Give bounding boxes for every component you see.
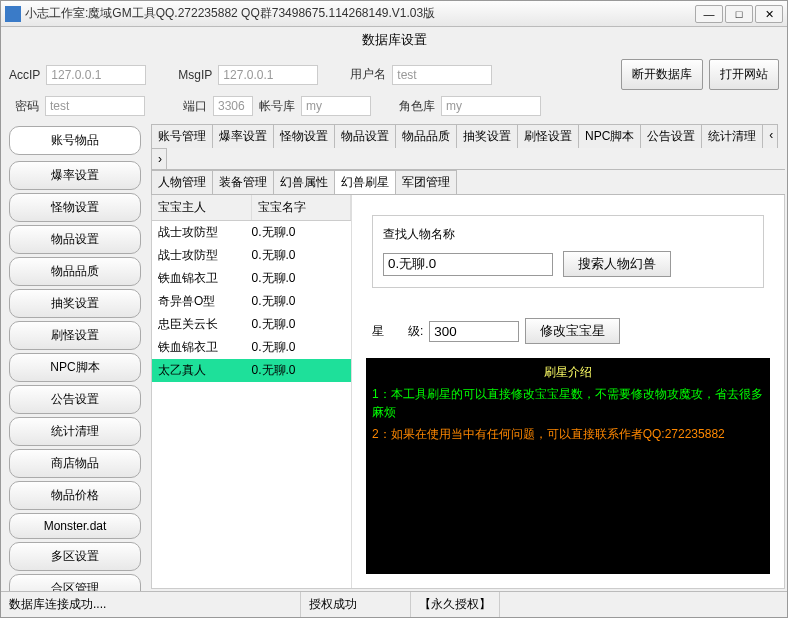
status-perm: 【永久授权】 [411, 592, 500, 617]
info-box: 刷星介绍 1：本工具刷星的可以直接修改宝宝星数，不需要修改物攻魔攻，省去很多麻烦… [366, 358, 770, 574]
sidebar-item-9[interactable]: 统计清理 [9, 417, 141, 446]
sidebar-item-10[interactable]: 商店物品 [9, 449, 141, 478]
search-input[interactable] [383, 253, 553, 276]
accdb-input[interactable] [301, 96, 371, 116]
modify-star-button[interactable]: 修改宝宝星 [525, 318, 620, 344]
accip-label: AccIP [9, 68, 40, 82]
sidebar-item-0[interactable]: 账号物品 [9, 126, 141, 155]
sidebar-item-5[interactable]: 抽奖设置 [9, 289, 141, 318]
sidebar-item-7[interactable]: NPC脚本 [9, 353, 141, 382]
accdb-label: 帐号库 [259, 98, 295, 115]
tab-nav[interactable]: ‹ [762, 124, 778, 148]
th-name: 宝宝名字 [252, 195, 352, 220]
sidebar-item-6[interactable]: 刷怪设置 [9, 321, 141, 350]
table-row[interactable]: 奇异兽O型0.无聊.0 [152, 290, 351, 313]
tab-怪物设置[interactable]: 怪物设置 [273, 124, 335, 148]
star-label: 星 级: [372, 323, 423, 340]
tabs-row1: 账号管理爆率设置怪物设置物品设置物品品质抽奖设置刷怪设置NPC脚本公告设置统计清… [151, 124, 785, 170]
section-title: 数据库设置 [1, 27, 787, 53]
th-owner: 宝宝主人 [152, 195, 252, 220]
sidebar-item-2[interactable]: 怪物设置 [9, 193, 141, 222]
tab-幻兽属性[interactable]: 幻兽属性 [273, 170, 335, 194]
sidebar-item-4[interactable]: 物品品质 [9, 257, 141, 286]
connection-row2: 密码 端口 帐号库 角色库 [1, 96, 787, 122]
tab-NPC脚本[interactable]: NPC脚本 [578, 124, 641, 148]
password-input[interactable] [45, 96, 145, 116]
status-auth: 授权成功 [301, 592, 411, 617]
table-row[interactable]: 忠臣关云长0.无聊.0 [152, 313, 351, 336]
tab-幻兽刷星[interactable]: 幻兽刷星 [334, 170, 396, 194]
disconnect-button[interactable]: 断开数据库 [621, 59, 703, 90]
table-row[interactable]: 战士攻防型0.无聊.0 [152, 244, 351, 267]
tab-nav[interactable]: › [151, 148, 167, 169]
main-area: 账号物品爆率设置怪物设置物品设置物品品质抽奖设置刷怪设置NPC脚本公告设置统计清… [1, 122, 787, 591]
tab-统计清理[interactable]: 统计清理 [701, 124, 763, 148]
close-button[interactable]: ✕ [755, 5, 783, 23]
roledb-input[interactable] [441, 96, 541, 116]
table-body: 战士攻防型0.无聊.0战士攻防型0.无聊.0铁血锦衣卫0.无聊.0奇异兽O型0.… [152, 221, 351, 382]
sidebar-item-3[interactable]: 物品设置 [9, 225, 141, 254]
sidebar-item-12[interactable]: Monster.dat [9, 513, 141, 539]
msgip-label: MsgIP [178, 68, 212, 82]
port-label: 端口 [183, 98, 207, 115]
tab-账号管理[interactable]: 账号管理 [151, 124, 213, 148]
titlebar: 小志工作室:魔域GM工具QQ.272235882 QQ群73498675.114… [1, 1, 787, 27]
tab-刷怪设置[interactable]: 刷怪设置 [517, 124, 579, 148]
maximize-button[interactable]: □ [725, 5, 753, 23]
sidebar-item-1[interactable]: 爆率设置 [9, 161, 141, 190]
tab-content: 宝宝主人 宝宝名字 战士攻防型0.无聊.0战士攻防型0.无聊.0铁血锦衣卫0.无… [151, 195, 785, 589]
search-button[interactable]: 搜索人物幻兽 [563, 251, 671, 277]
password-label: 密码 [15, 98, 39, 115]
status-db: 数据库连接成功.... [1, 592, 301, 617]
msgip-input[interactable] [218, 65, 318, 85]
right-panel: 查找人物名称 搜索人物幻兽 星 级: 修改宝宝星 刷星介绍 1：本工具刷星 [352, 195, 784, 588]
table-row[interactable]: 战士攻防型0.无聊.0 [152, 221, 351, 244]
info-title: 刷星介绍 [372, 364, 764, 381]
tab-物品品质[interactable]: 物品品质 [395, 124, 457, 148]
status-bar: 数据库连接成功.... 授权成功 【永久授权】 [1, 591, 787, 617]
sidebar-item-13[interactable]: 多区设置 [9, 542, 141, 571]
tab-人物管理[interactable]: 人物管理 [151, 170, 213, 194]
minimize-button[interactable]: — [695, 5, 723, 23]
sidebar: 账号物品爆率设置怪物设置物品设置物品品质抽奖设置刷怪设置NPC脚本公告设置统计清… [1, 122, 149, 591]
accip-input[interactable] [46, 65, 146, 85]
search-label: 查找人物名称 [383, 226, 753, 243]
window-controls: — □ ✕ [695, 5, 783, 23]
user-input[interactable] [392, 65, 492, 85]
roledb-label: 角色库 [399, 98, 435, 115]
table-row[interactable]: 太乙真人0.无聊.0 [152, 359, 351, 382]
app-icon [5, 6, 21, 22]
sidebar-item-14[interactable]: 合区管理 [9, 574, 141, 591]
table-header: 宝宝主人 宝宝名字 [152, 195, 351, 221]
sidebar-item-11[interactable]: 物品价格 [9, 481, 141, 510]
window-title: 小志工作室:魔域GM工具QQ.272235882 QQ群73498675.114… [25, 5, 695, 22]
pet-table: 宝宝主人 宝宝名字 战士攻防型0.无聊.0战士攻防型0.无聊.0铁血锦衣卫0.无… [152, 195, 352, 588]
table-row[interactable]: 铁血锦衣卫0.无聊.0 [152, 267, 351, 290]
tab-军团管理[interactable]: 军团管理 [395, 170, 457, 194]
tabs-row2: 人物管理装备管理幻兽属性幻兽刷星军团管理 [151, 170, 785, 195]
open-site-button[interactable]: 打开网站 [709, 59, 779, 90]
tab-装备管理[interactable]: 装备管理 [212, 170, 274, 194]
star-row: 星 级: 修改宝宝星 [372, 318, 764, 344]
table-row[interactable]: 铁血锦衣卫0.无聊.0 [152, 336, 351, 359]
tab-抽奖设置[interactable]: 抽奖设置 [456, 124, 518, 148]
info-line2: 2：如果在使用当中有任何问题，可以直接联系作者QQ:272235882 [372, 425, 764, 443]
tab-物品设置[interactable]: 物品设置 [334, 124, 396, 148]
content-area: 账号管理爆率设置怪物设置物品设置物品品质抽奖设置刷怪设置NPC脚本公告设置统计清… [149, 122, 787, 591]
app-window: 小志工作室:魔域GM工具QQ.272235882 QQ群73498675.114… [0, 0, 788, 618]
search-group: 查找人物名称 搜索人物幻兽 [372, 215, 764, 288]
port-input[interactable] [213, 96, 253, 116]
connection-row1: AccIP MsgIP 用户名 断开数据库 打开网站 [1, 53, 787, 96]
star-input[interactable] [429, 321, 519, 342]
tab-公告设置[interactable]: 公告设置 [640, 124, 702, 148]
sidebar-item-8[interactable]: 公告设置 [9, 385, 141, 414]
tab-爆率设置[interactable]: 爆率设置 [212, 124, 274, 148]
user-label: 用户名 [350, 66, 386, 83]
info-line1: 1：本工具刷星的可以直接修改宝宝星数，不需要修改物攻魔攻，省去很多麻烦 [372, 385, 764, 421]
